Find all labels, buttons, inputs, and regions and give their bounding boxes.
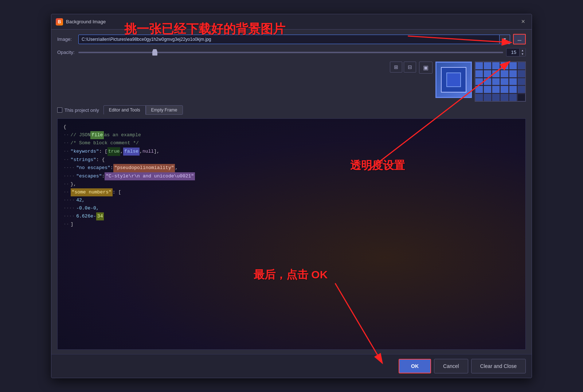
close-button[interactable]: × [519,17,527,26]
tile-cell [517,86,525,93]
tile-cell [475,78,483,86]
code-text: "strings" [71,156,96,164]
code-text: /* Some block comment */ [71,139,139,147]
code-text: : [102,172,105,180]
code-line: ·· "strings" : { [63,156,520,164]
opacity-label: Opacity: [57,50,75,55]
code-text: ] [71,220,74,228]
image-input-container: ▼ [78,35,510,44]
tile-cell [492,94,500,101]
code-text: }, [71,180,77,188]
code-line: ·· ] [63,220,520,228]
tab-buttons: Editor and Tools Empty Frame [103,105,183,115]
opacity-value: 15 [506,48,519,56]
opacity-decrease-button[interactable]: ▼ [520,52,525,56]
opacity-row: Opacity: 15 ▲ ▼ [57,48,526,56]
code-text: null [142,148,154,156]
tile-cell [509,70,517,78]
code-dots: ···· [63,196,75,204]
split-horizontal-button[interactable]: ⊞ [390,62,402,72]
cancel-button[interactable]: Cancel [434,359,468,373]
tile-cell [517,62,525,70]
code-dots: ·· [63,188,69,196]
opacity-spinner: ▲ ▼ [519,49,525,56]
tile-cell [484,94,492,101]
code-text: , [140,148,142,156]
code-preview-area: { ·· // JSON file as an example ·· /* So… [57,118,526,350]
image-dropdown-button[interactable]: ▼ [500,35,510,44]
preview-row: ⊞ ⊟ ▣ [57,62,526,102]
tile-cell [484,62,492,70]
tile-cell [509,94,517,101]
code-text: as an example [104,131,141,139]
image-preview-inner [441,67,466,93]
opacity-value-box: 15 ▲ ▼ [506,48,526,56]
code-text: true [107,147,120,156]
tile-cell [484,78,492,86]
code-content: { ·· // JSON file as an example ·· /* So… [63,123,520,228]
code-dots: ·· [63,131,69,139]
code-dots: ···· [63,172,75,180]
code-text: 42, [76,196,85,204]
dialog-body: Image: ▼ ... Opacity: 15 ▲ ▼ [51,30,532,354]
code-text: : [ [99,148,107,156]
opacity-slider-track [78,52,503,53]
code-line: ···· 42, [63,196,520,204]
tile-cell [509,62,517,70]
code-line: ·· }, [63,180,520,188]
code-text: "some numbers" [71,188,113,196]
tile-cell [517,70,525,78]
code-text: "pseudopolinomiality" [113,164,175,172]
code-text: -0.0e-0, [76,204,99,212]
code-text: : { [96,156,105,164]
tile-cell [475,86,483,93]
tile-cell [509,78,517,86]
dialog-title: Background Image [66,19,516,24]
tab-empty-frame[interactable]: Empty Frame [146,105,183,115]
code-line: ·· /* Some block comment */ [63,139,520,147]
opacity-slider-container[interactable] [78,49,503,56]
background-image-dialog: B Background Image × Image: ▼ ... Opacit… [51,14,532,378]
tile-cell [492,70,500,78]
tile-cell [492,78,500,86]
code-dots: ·· [63,220,69,228]
code-text: : [ [113,188,121,196]
code-line: { [63,123,520,131]
code-line: ···· 6.626e- 34 [63,212,520,220]
code-text: "C-style\r\n and unicode\u0021" [105,172,195,180]
code-dots: ···· [63,204,75,212]
tile-cell [517,94,525,101]
code-text: "keywords" [71,148,99,156]
code-text: "no escapes" [76,164,110,172]
code-text: "escapes" [76,172,102,180]
clear-and-close-button[interactable]: Clear and Close [471,359,526,373]
preview-buttons: ⊞ ⊟ [390,62,416,72]
ok-button[interactable]: OK [399,359,431,373]
opacity-slider-thumb[interactable] [152,49,157,56]
code-text: , [120,148,123,156]
image-label: Image: [57,36,75,42]
single-tile-button[interactable]: ▣ [419,62,433,74]
split-vertical-button[interactable]: ⊟ [404,62,416,72]
code-dots: ···· [63,164,75,172]
code-dots: ·· [63,156,69,164]
code-text: file [90,131,104,139]
code-dots: ·· [63,139,69,147]
tab-editor-tools[interactable]: Editor and Tools [103,105,146,115]
tile-cell [500,70,508,78]
code-text: // JSON [71,131,91,139]
title-bar: B Background Image × [51,14,532,30]
code-text: , [175,164,178,172]
image-preview-center [446,72,461,87]
tile-cell [500,62,508,70]
image-path-input[interactable] [78,35,500,44]
tile-cell [500,94,508,101]
project-only-label: This project only [64,107,99,113]
image-browse-button[interactable]: ... [513,34,526,44]
tile-cell [509,86,517,93]
tile-cell [500,86,508,93]
code-dots: ···· [63,212,75,220]
project-only-checkbox[interactable] [57,107,62,113]
code-text: { [63,123,66,131]
opacity-increase-button[interactable]: ▲ [520,49,525,52]
